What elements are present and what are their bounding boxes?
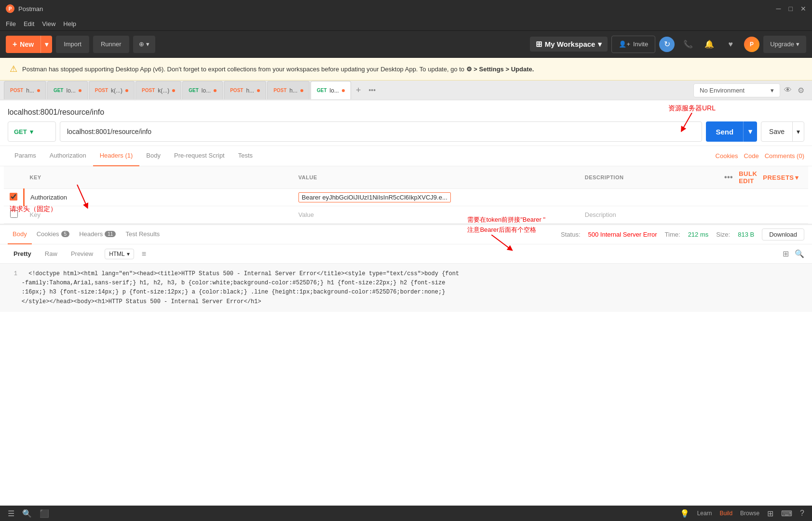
method-select[interactable]: GET ▾ <box>8 121 56 142</box>
copy-button[interactable]: ⊞ <box>783 249 789 258</box>
tab-4-label: k(...) <box>158 87 169 94</box>
tab-authorization[interactable]: Authorization <box>43 146 93 166</box>
download-button[interactable]: Download <box>762 228 804 240</box>
code-text: <!doctype html><html lang="en"><head><ti… <box>8 270 459 305</box>
svg-line-2 <box>491 235 511 249</box>
tab-5[interactable]: GET lo... <box>182 81 223 99</box>
tab-body[interactable]: Body <box>139 146 167 166</box>
search-status-icon[interactable]: 🔍 <box>22 509 32 518</box>
toolbar: + New ▾ Import Runner ⊕ ▾ ⊞ My Workspace… <box>0 31 812 58</box>
workspace-grid-icon: ⊞ <box>536 40 542 49</box>
pretty-button[interactable]: Pretty <box>8 248 37 259</box>
phone-icon-button[interactable]: 📞 <box>680 37 696 52</box>
response-tab-test-results[interactable]: Test Results <box>121 225 164 244</box>
tab-2[interactable]: GET lo... <box>47 81 88 99</box>
learn-label[interactable]: Learn <box>697 510 712 517</box>
tab-3-method: POST <box>95 88 108 93</box>
raw-button[interactable]: Raw <box>39 248 63 259</box>
warning-icon: ⚠ <box>10 64 17 74</box>
new-dropdown-arrow[interactable]: ▾ <box>41 36 52 53</box>
tab-6-dot <box>257 89 260 92</box>
tab-3[interactable]: POST k(...) <box>89 81 135 99</box>
code-link[interactable]: Code <box>744 152 759 160</box>
send-button[interactable]: Send ▾ <box>706 121 757 142</box>
tab-1[interactable]: POST h... <box>4 81 46 99</box>
import-button[interactable]: Import <box>56 36 89 53</box>
status-label: Status: <box>561 231 580 238</box>
tab-headers[interactable]: Headers (1) <box>93 146 140 166</box>
menu-file[interactable]: File <box>6 20 16 27</box>
plus-fork-button[interactable]: ⊕ ▾ <box>133 36 155 53</box>
menu-edit[interactable]: Edit <box>24 20 34 27</box>
avatar[interactable]: P <box>744 37 759 52</box>
wrap-icon[interactable]: ≡ <box>142 250 146 258</box>
comments-link[interactable]: Comments (0) <box>765 152 804 160</box>
url-input[interactable] <box>60 121 702 142</box>
env-gear-button[interactable]: ⚙ <box>796 84 806 97</box>
more-options-button[interactable]: ••• <box>724 173 733 182</box>
header-row-1-value-outlined[interactable]: Bearer eyJhbGciOiJIUzI1NiIsInR5cCl6IkpXV… <box>298 192 451 202</box>
code-content: 1 <!doctype html><html lang="en"><head><… <box>0 264 812 312</box>
console-icon[interactable]: ⬛ <box>40 509 49 518</box>
window-controls[interactable]: ─ □ ✕ <box>776 5 806 13</box>
size-label: Size: <box>716 231 730 238</box>
tab-6-method: POST <box>230 88 243 93</box>
response-tab-cookies[interactable]: Cookies 5 <box>32 225 75 244</box>
cookies-link[interactable]: Cookies <box>716 152 738 160</box>
tab-4[interactable]: POST k(...) <box>135 81 181 99</box>
response-tab-headers[interactable]: Headers 11 <box>74 225 121 244</box>
tab-8-active[interactable]: GET lo... <box>311 81 351 99</box>
sidebar-toggle-icon[interactable]: ☰ <box>8 509 14 518</box>
close-button[interactable]: ✕ <box>800 5 806 13</box>
save-dropdown-arrow[interactable]: ▾ <box>793 122 804 141</box>
cookies-badge: 5 <box>61 231 70 237</box>
search-in-response-button[interactable]: 🔍 <box>795 249 804 258</box>
runner-button[interactable]: Runner <box>93 36 129 53</box>
build-label[interactable]: Build <box>719 510 732 517</box>
save-button[interactable]: Save ▾ <box>761 121 804 142</box>
response-tab-body[interactable]: Body <box>8 225 32 244</box>
bell-button[interactable]: 🔔 <box>702 37 717 52</box>
header-row-2-key[interactable]: Key <box>24 206 293 224</box>
menu-view[interactable]: View <box>42 20 55 27</box>
method-chevron: ▾ <box>30 128 33 135</box>
tab-2-method: GET <box>54 88 64 93</box>
keyboard-icon[interactable]: ⌨ <box>781 509 792 518</box>
tab-params[interactable]: Params <box>8 146 43 166</box>
presets-button[interactable]: Presets ▾ <box>763 174 798 181</box>
browse-label[interactable]: Browse <box>740 510 759 517</box>
environment-dropdown[interactable]: No Environment ▾ <box>693 83 780 97</box>
menu-help[interactable]: Help <box>63 20 76 27</box>
invite-button[interactable]: 👤+ Invite <box>611 36 655 53</box>
tab-6[interactable]: POST h... <box>224 81 266 99</box>
maximize-button[interactable]: □ <box>789 5 793 13</box>
header-row-2-checkbox[interactable] <box>10 210 18 218</box>
preview-button[interactable]: Preview <box>65 248 99 259</box>
send-dropdown-arrow[interactable]: ▾ <box>744 121 757 142</box>
minimize-button[interactable]: ─ <box>776 5 781 13</box>
format-select[interactable]: HTML ▾ <box>105 249 134 259</box>
help-icon[interactable]: ? <box>800 509 804 518</box>
header-row-1-checkbox[interactable] <box>10 193 17 200</box>
upgrade-button[interactable]: Upgrade ▾ <box>763 36 806 53</box>
request-tab-right: Cookies Code Comments (0) <box>716 152 804 160</box>
heart-button[interactable]: ♥ <box>723 37 738 52</box>
tab-7-method: POST <box>273 88 286 93</box>
layout-icon[interactable]: ⊞ <box>767 509 773 518</box>
add-tab-button[interactable]: + <box>352 85 365 95</box>
tab-pre-request[interactable]: Pre-request Script <box>167 146 231 166</box>
new-button[interactable]: + New ▾ <box>6 36 52 53</box>
table-row: Authorization Bearer eyJhbGciOiJIUzI1NiI… <box>4 189 808 206</box>
env-eye-button[interactable]: 👁 <box>782 84 794 96</box>
bulk-edit-button[interactable]: Bulk Edit <box>739 170 757 185</box>
sync-button[interactable]: ↻ <box>659 37 675 52</box>
header-row-2-desc[interactable]: Description <box>579 206 718 224</box>
workspace-selector[interactable]: ⊞ My Workspace ▾ <box>530 37 608 52</box>
tab-7[interactable]: POST h... <box>267 81 310 99</box>
tab-tests[interactable]: Tests <box>231 146 259 166</box>
bulb-icon[interactable]: 💡 <box>680 509 690 518</box>
send-label: Send <box>706 121 744 142</box>
warning-link[interactable]: ⚙ > Settings > Update. <box>466 66 534 73</box>
more-tabs-button[interactable]: ••• <box>365 86 379 94</box>
env-dropdown-chevron: ▾ <box>771 87 774 94</box>
